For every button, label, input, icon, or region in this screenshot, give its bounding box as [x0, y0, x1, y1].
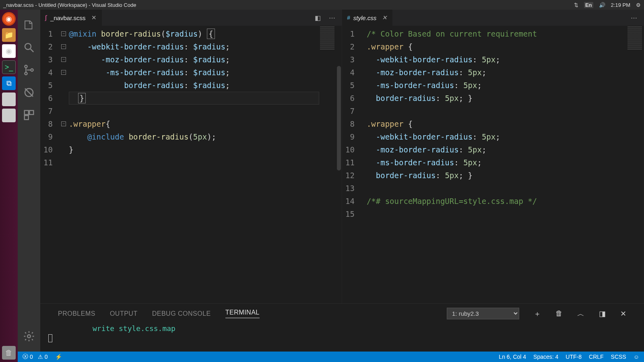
settings-gear-icon[interactable] [18, 325, 40, 348]
debug-icon[interactable] [18, 81, 40, 104]
terminal-output[interactable]: write style.css.map [40, 323, 644, 352]
extensions-icon[interactable] [18, 104, 40, 126]
tab-label: style.css [353, 14, 377, 21]
code-editor-right[interactable]: 123456789101112131415 /* Color Based on … [342, 26, 644, 303]
panel-maximize-icon[interactable]: ◨ [599, 309, 606, 318]
ubuntu-dash-icon[interactable]: ◉ [2, 12, 16, 26]
ubuntu-menubar: _navbar.scss - Untitled (Workspace) - Vi… [0, 0, 644, 10]
svg-point-2 [25, 72, 27, 75]
disk2-icon[interactable]: ⌵ [2, 109, 16, 122]
activity-bar [18, 10, 40, 352]
panel-tab-output[interactable]: OUTPUT [110, 310, 138, 317]
disk-icon[interactable]: ⌵ [2, 93, 16, 106]
terminal-cursor [48, 334, 52, 342]
warning-icon: ⚠ [38, 354, 43, 360]
more-actions-icon[interactable]: ⋯ [631, 14, 637, 22]
split-editor-icon[interactable]: ◧ [315, 14, 321, 22]
explorer-icon[interactable] [18, 14, 40, 36]
status-lang[interactable]: SCSS [611, 354, 626, 360]
status-encoding[interactable]: UTF-8 [566, 354, 582, 360]
status-cursor-pos[interactable]: Ln 6, Col 4 [499, 354, 526, 360]
tab-bar-right: # style.css ✕ ⋯ [342, 10, 644, 26]
status-errors[interactable]: ⓧ 0 ⚠ 0 [23, 353, 48, 360]
panel-tab-debug-console[interactable]: DEBUG CONSOLE [152, 310, 211, 317]
code-editor-left[interactable]: 1234567891011 −−−−− @mixin border-radius… [40, 26, 342, 303]
close-icon[interactable]: ✕ [91, 14, 97, 21]
minimap[interactable] [627, 26, 644, 303]
svg-rect-7 [25, 115, 29, 119]
terminal-icon[interactable]: >_ [2, 60, 16, 74]
svg-rect-5 [25, 111, 29, 115]
files-icon[interactable]: 📁 [2, 28, 16, 42]
volume-icon[interactable]: 🔊 [599, 2, 605, 8]
keyboard-lang[interactable]: En [584, 2, 593, 8]
close-icon[interactable]: ✕ [382, 14, 387, 21]
more-actions-icon[interactable]: ⋯ [329, 14, 335, 22]
bottom-panel: PROBLEMS OUTPUT DEBUG CONSOLE TERMINAL 1… [40, 303, 644, 352]
error-icon: ⓧ [23, 353, 28, 360]
tab-bar-left: ʃ _navbar.scss ✕ ◧ ⋯ [40, 10, 342, 26]
status-live-icon[interactable]: ⚡ [55, 354, 62, 360]
scss-file-icon: ʃ [45, 14, 47, 21]
scrollbar[interactable] [336, 26, 342, 303]
terminal-selector[interactable]: 1: ruby2.3 [447, 308, 519, 319]
network-icon[interactable]: ⇅ [574, 2, 578, 8]
tab-label: _navbar.scss [50, 14, 86, 21]
chrome-icon[interactable]: ◉ [2, 44, 16, 58]
source-control-icon[interactable] [18, 59, 40, 81]
panel-tab-problems[interactable]: PROBLEMS [58, 310, 95, 317]
editor-pane-right: # style.css ✕ ⋯ 1234567891011121 [342, 10, 644, 303]
new-terminal-icon[interactable]: ＋ [534, 309, 541, 319]
svg-point-1 [25, 65, 27, 68]
terminal-line: write style.css.map [93, 324, 626, 333]
minimap[interactable] [319, 26, 336, 303]
panel-up-icon[interactable]: ︿ [577, 309, 584, 319]
vscode-window: ʃ _navbar.scss ✕ ◧ ⋯ [18, 10, 644, 362]
svg-point-8 [27, 335, 31, 338]
svg-rect-6 [29, 111, 33, 115]
clock[interactable]: 2:19 PM [611, 2, 630, 8]
css-file-icon: # [347, 14, 350, 21]
search-icon[interactable] [18, 36, 40, 59]
svg-point-0 [25, 43, 31, 49]
vscode-icon[interactable]: ⧉ [2, 76, 16, 90]
kill-terminal-icon[interactable]: 🗑 [555, 309, 563, 318]
status-feedback-icon[interactable]: ☺ [634, 354, 639, 360]
panel-tab-terminal[interactable]: TERMINAL [225, 309, 260, 318]
status-bar: ⓧ 0 ⚠ 0 ⚡ Ln 6, Col 4 Spaces: 4 UTF-8 CR… [18, 352, 644, 362]
window-title: _navbar.scss - Untitled (Workspace) - Vi… [3, 2, 574, 8]
tab-style-css[interactable]: # style.css ✕ [342, 10, 392, 26]
panel-close-icon[interactable]: ✕ [620, 309, 626, 318]
trash-icon[interactable]: 🗑 [2, 346, 16, 360]
gear-icon[interactable]: ⚙ [636, 2, 641, 8]
tab-navbar-scss[interactable]: ʃ _navbar.scss ✕ [40, 10, 102, 26]
ubuntu-launcher: ◉ 📁 ◉ >_ ⧉ ⌵ ⌵ 🗑 [0, 10, 18, 362]
status-indent[interactable]: Spaces: 4 [533, 354, 558, 360]
status-eol[interactable]: CRLF [589, 354, 604, 360]
system-tray: ⇅ En 🔊 2:19 PM ⚙ [574, 2, 641, 8]
editor-pane-left: ʃ _navbar.scss ✕ ◧ ⋯ [40, 10, 342, 303]
svg-point-3 [31, 69, 33, 71]
